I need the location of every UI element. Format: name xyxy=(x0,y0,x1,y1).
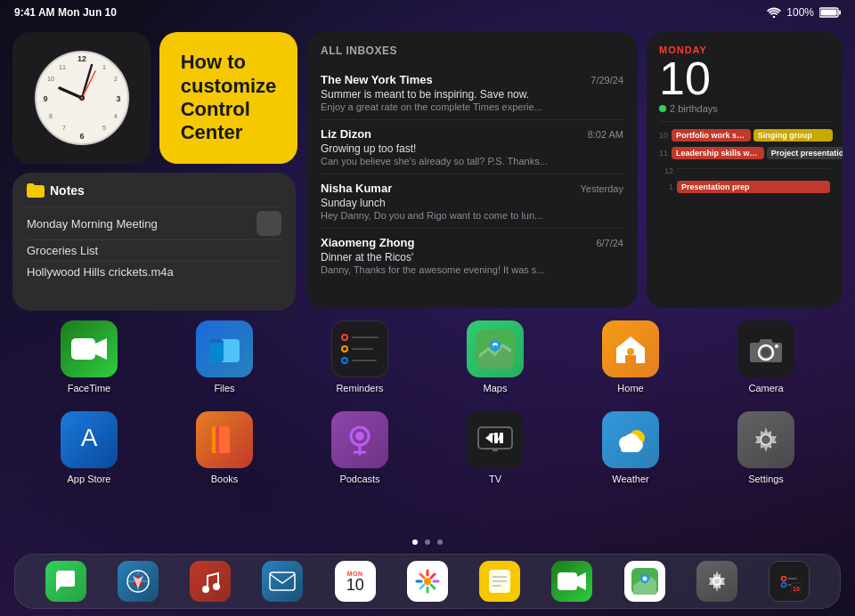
dock-photos[interactable] xyxy=(407,561,448,602)
svg-rect-2 xyxy=(839,11,841,15)
app-appstore[interactable]: A App Store xyxy=(53,411,125,484)
widgets-top-row: 12 3 6 9 1 2 4 5 7 8 10 11 xyxy=(12,32,297,164)
dock-facetime-2[interactable] xyxy=(551,561,592,602)
app-facetime[interactable]: FaceTime xyxy=(53,320,125,393)
mail-preview-1: Can you believe she's already so tall? P… xyxy=(321,156,623,166)
app-settings[interactable]: Settings xyxy=(730,411,802,484)
battery-icon xyxy=(819,7,841,18)
calendar-widget[interactable]: MONDAY 10 2 birthdays 10 Portfolio work … xyxy=(647,32,843,308)
mail-date-2: Yesterday xyxy=(580,183,623,194)
home-icon xyxy=(602,320,659,377)
svg-text:2: 2 xyxy=(114,76,118,82)
svg-marker-76 xyxy=(577,572,586,590)
dock-settings-2[interactable] xyxy=(696,561,737,602)
dock-mail[interactable] xyxy=(262,561,303,602)
appstore-label: App Store xyxy=(68,474,111,484)
svg-text:3: 3 xyxy=(116,94,120,103)
apps-grid: FaceTime Files Reminders xyxy=(0,320,855,484)
weather-label: Weather xyxy=(612,474,648,484)
svg-text:5: 5 xyxy=(102,125,106,131)
svg-rect-37 xyxy=(219,426,230,453)
cal-event-portfolio: Portfolio work session xyxy=(672,129,751,142)
notes-item-2: Groceries List xyxy=(27,239,281,261)
mail-preview-2: Hey Danny, Do you and Rigo want to come … xyxy=(321,210,623,221)
notes-item-text-1: Monday Morning Meeting xyxy=(27,217,158,231)
widgets-area: 12 3 6 9 1 2 4 5 7 8 10 11 xyxy=(12,32,843,308)
mail-subject-2: Sunday lunch xyxy=(321,197,623,209)
app-tv[interactable]: TV TV xyxy=(460,411,531,484)
mail-date-3: 6/7/24 xyxy=(596,238,623,248)
mail-item-1[interactable]: Liz Dizon 8:02 AM Growing up too fast! C… xyxy=(321,120,623,174)
maps-icon xyxy=(467,320,524,377)
cal-divider xyxy=(659,121,830,122)
page-dot-3[interactable] xyxy=(437,539,443,545)
app-reminders[interactable]: Reminders xyxy=(324,320,395,393)
settings-label: Settings xyxy=(748,474,784,484)
weather-icon xyxy=(602,411,659,468)
notes-title: Notes xyxy=(50,183,85,198)
customize-text: How to customize Control Center xyxy=(167,36,291,159)
page-dots xyxy=(412,539,443,545)
app-books[interactable]: Books xyxy=(189,411,260,484)
notes-widget[interactable]: Notes Monday Morning Meeting Groceries L… xyxy=(12,173,296,311)
books-icon xyxy=(196,411,253,468)
tv-icon: TV xyxy=(467,411,524,468)
dock: MON 10 xyxy=(14,554,841,609)
svg-text:6: 6 xyxy=(79,132,84,141)
svg-point-0 xyxy=(773,16,776,18)
notes-item-text-2: Groceries List xyxy=(27,244,98,257)
svg-text:A: A xyxy=(81,424,98,451)
mail-item-2[interactable]: Nisha Kumar Yesterday Sunday lunch Hey D… xyxy=(321,174,623,229)
dock-maps[interactable] xyxy=(624,561,665,602)
cal-birthdays: 2 birthdays xyxy=(659,103,830,114)
svg-text:1: 1 xyxy=(102,64,106,70)
dock-messages[interactable] xyxy=(45,561,86,602)
svg-point-62 xyxy=(424,578,431,585)
svg-point-33 xyxy=(775,344,778,348)
page-dot-1[interactable] xyxy=(412,539,418,545)
appstore-icon: A xyxy=(61,411,118,468)
clock-widget[interactable]: 12 3 6 9 1 2 4 5 7 8 10 11 xyxy=(12,32,151,164)
app-camera[interactable]: Camera xyxy=(730,320,802,393)
status-time: 9:41 AM Mon Jun 10 xyxy=(14,6,117,19)
dock-safari[interactable] xyxy=(118,561,159,602)
customize-widget[interactable]: How to customize Control Center xyxy=(159,32,297,164)
mail-item-0[interactable]: The New York Times 7/29/24 Summer is mea… xyxy=(321,66,623,120)
page-dot-2[interactable] xyxy=(425,539,430,545)
wifi-icon xyxy=(767,7,781,18)
mail-sender-1: Liz Dizon xyxy=(321,127,371,141)
svg-line-68 xyxy=(431,585,435,588)
app-maps[interactable]: Maps xyxy=(460,320,531,393)
mail-item-3[interactable]: Xiaomeng Zhong 6/7/24 Dinner at the Rico… xyxy=(321,229,623,282)
svg-text:4: 4 xyxy=(114,113,118,119)
mail-header: All Inboxes xyxy=(321,45,623,57)
notes-item-text-3: Hollywood Hills crickets.m4a xyxy=(27,265,174,279)
mail-date-1: 8:02 AM xyxy=(588,129,623,140)
apps-row-1: FaceTime Files Reminders xyxy=(53,320,802,393)
cal-event-leadership: Leadership skills wo... xyxy=(672,147,764,159)
svg-marker-23 xyxy=(95,338,107,360)
svg-point-39 xyxy=(355,432,364,441)
app-podcasts[interactable]: Podcasts xyxy=(324,411,395,484)
dock-reminders-2[interactable]: 10 xyxy=(769,561,810,602)
notes-item-1: Monday Morning Meeting xyxy=(27,207,281,239)
facetime-icon xyxy=(61,320,118,377)
dock-music[interactable] xyxy=(190,561,231,602)
svg-point-60 xyxy=(213,583,220,590)
notes-item-icon-1 xyxy=(256,211,281,236)
svg-rect-3 xyxy=(821,10,837,16)
podcasts-label: Podcasts xyxy=(339,474,379,484)
svg-text:9: 9 xyxy=(43,94,47,103)
mail-subject-0: Summer is meant to be inspiring. Save no… xyxy=(321,88,623,101)
app-files[interactable]: Files xyxy=(189,320,260,393)
dock-notes[interactable] xyxy=(479,561,520,602)
mail-widget[interactable]: All Inboxes The New York Times 7/29/24 S… xyxy=(306,32,638,308)
svg-text:12: 12 xyxy=(77,54,86,63)
cal-event-presentation: Presentation prep xyxy=(677,181,830,193)
dock-cal-day: 10 xyxy=(346,577,364,593)
dock-calendar[interactable]: MON 10 xyxy=(335,561,376,602)
app-weather[interactable]: Weather xyxy=(595,411,666,484)
svg-point-32 xyxy=(761,348,770,357)
app-home[interactable]: Home xyxy=(595,320,666,393)
notes-header: Notes xyxy=(27,183,281,198)
